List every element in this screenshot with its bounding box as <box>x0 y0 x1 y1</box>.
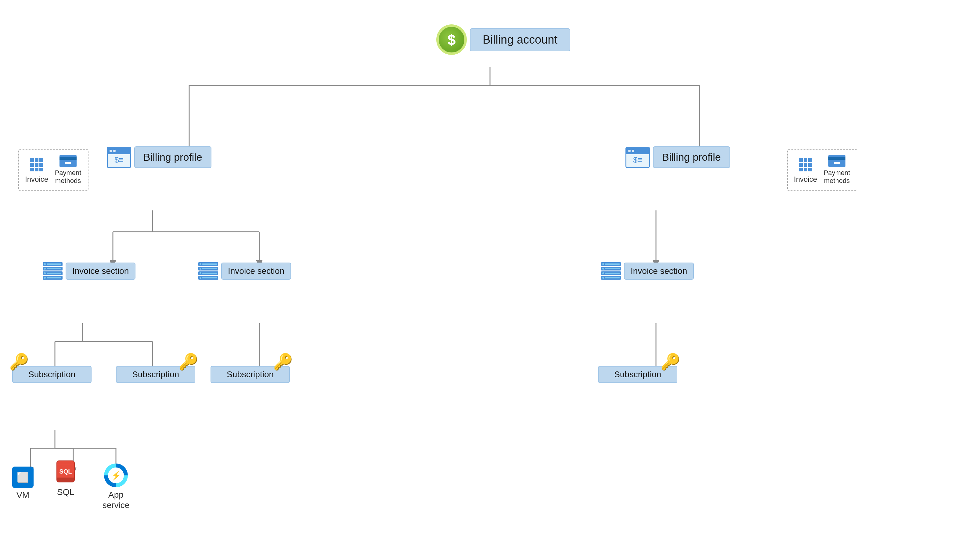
vm-icon: ⬜ <box>12 467 34 488</box>
right-invoice-label: Invoice <box>794 175 817 184</box>
invoice-section-2-node: Invoice section <box>198 262 291 280</box>
sql-label: SQL <box>57 487 74 497</box>
left-invoice-icon <box>28 156 45 173</box>
billing-profile-left-icon: $≡ <box>107 147 131 168</box>
billing-profile-left-label: Billing profile <box>143 151 202 163</box>
left-payment-label: Payment methods <box>54 169 82 185</box>
subscription-4-key-icon: 🔑 <box>660 353 680 371</box>
app-service-label: App service <box>101 490 131 510</box>
billing-profile-left-node: $≡ Billing profile <box>107 146 211 168</box>
billing-profile-right-box: Billing profile <box>653 146 730 168</box>
invoice-section-2-icon <box>198 262 218 280</box>
billing-profile-right-icon: $≡ <box>625 147 650 168</box>
invoice-section-1-icon <box>43 262 63 280</box>
billing-profile-right-node: $≡ Billing profile <box>625 146 730 168</box>
invoice-section-1-node: Invoice section <box>43 262 135 280</box>
billing-account-icon: $ <box>436 24 467 55</box>
invoice-section-2-box: Invoice section <box>221 263 291 280</box>
subscription-4-node: 🔑 Subscription <box>598 366 677 383</box>
right-dashed-box: Invoice ▬ Payment methods <box>787 149 857 191</box>
app-service-node: ⚡ App service <box>101 464 131 510</box>
invoice-section-3-box: Invoice section <box>624 263 694 280</box>
subscription-1-key-icon: 🔑 <box>9 353 29 371</box>
invoice-section-3-icon <box>601 262 621 280</box>
vm-node: ⬜ VM <box>12 467 34 500</box>
subscription-3-node: 🔑 Subscription <box>210 366 290 383</box>
left-payment-icon: ▬ <box>59 155 77 167</box>
invoice-section-3-label: Invoice section <box>631 266 687 276</box>
billing-account-box: Billing account <box>470 28 570 51</box>
vm-label: VM <box>16 490 29 500</box>
billing-account-node: $ Billing account <box>436 24 570 55</box>
invoice-section-2-label: Invoice section <box>228 266 284 276</box>
billing-profile-left-box: Billing profile <box>134 146 211 168</box>
sql-node: SQL SQL <box>55 460 76 497</box>
subscription-3-key-icon: 🔑 <box>273 353 293 371</box>
connection-lines <box>0 0 980 555</box>
billing-profile-right-label: Billing profile <box>662 151 721 163</box>
right-invoice-icon <box>797 156 814 173</box>
billing-account-label: Billing account <box>483 33 557 46</box>
invoice-section-1-box: Invoice section <box>66 263 135 280</box>
subscription-2-label: Subscription <box>132 370 179 379</box>
subscription-4-label: Subscription <box>614 370 661 379</box>
subscription-1-label: Subscription <box>28 370 76 379</box>
app-service-icon: ⚡ <box>104 464 128 487</box>
subscription-3-label: Subscription <box>227 370 274 379</box>
left-dashed-box: Invoice ▬ Payment methods <box>18 149 88 191</box>
left-invoice-label: Invoice <box>25 175 48 184</box>
invoice-section-1-label: Invoice section <box>72 266 129 276</box>
diagram-container: $ Billing account $≡ Billing profile <box>0 0 980 555</box>
subscription-1-node: 🔑 Subscription <box>12 366 92 383</box>
invoice-section-3-node: Invoice section <box>601 262 694 280</box>
sql-icon: SQL <box>55 460 76 485</box>
subscription-2-key-icon: 🔑 <box>178 353 198 371</box>
right-payment-icon: ▬ <box>828 155 845 167</box>
right-payment-label: Payment methods <box>823 169 851 185</box>
subscription-2-node: 🔑 Subscription <box>116 366 195 383</box>
